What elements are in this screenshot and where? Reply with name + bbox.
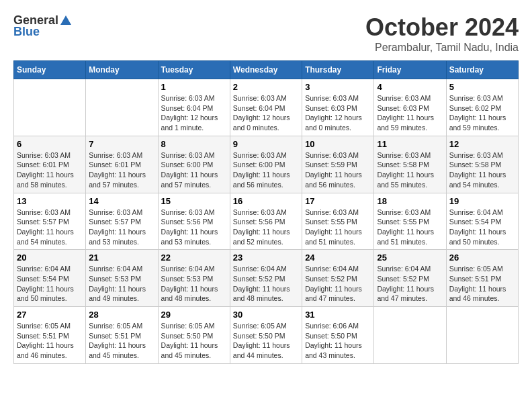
header-cell-thursday: Thursday [302, 61, 374, 79]
day-number: 15 [161, 196, 227, 206]
calendar-cell: 28Sunrise: 6:05 AM Sunset: 5:51 PM Dayli… [86, 307, 158, 364]
header-cell-friday: Friday [374, 61, 446, 79]
day-number: 31 [305, 310, 371, 320]
calendar-cell: 22Sunrise: 6:04 AM Sunset: 5:53 PM Dayli… [158, 250, 230, 307]
day-number: 13 [17, 196, 83, 206]
day-number: 7 [89, 139, 154, 149]
day-number: 26 [449, 253, 515, 263]
calendar-week-row: 1Sunrise: 6:03 AM Sunset: 6:04 PM Daylig… [14, 79, 519, 136]
day-number: 30 [233, 310, 299, 320]
calendar-cell: 12Sunrise: 6:03 AM Sunset: 5:58 PM Dayli… [446, 136, 518, 193]
day-info: Sunrise: 6:03 AM Sunset: 6:04 PM Dayligh… [233, 93, 299, 133]
calendar-header-row: SundayMondayTuesdayWednesdayThursdayFrid… [14, 61, 519, 79]
day-info: Sunrise: 6:03 AM Sunset: 5:57 PM Dayligh… [17, 208, 83, 247]
day-number: 10 [305, 139, 371, 149]
day-info: Sunrise: 6:06 AM Sunset: 5:50 PM Dayligh… [305, 321, 371, 361]
day-number: 21 [89, 253, 154, 263]
calendar-cell: 4Sunrise: 6:03 AM Sunset: 6:03 PM Daylig… [374, 79, 446, 136]
calendar-cell: 20Sunrise: 6:04 AM Sunset: 5:54 PM Dayli… [14, 250, 86, 307]
day-info: Sunrise: 6:04 AM Sunset: 5:54 PM Dayligh… [17, 264, 83, 304]
calendar-cell: 10Sunrise: 6:03 AM Sunset: 5:59 PM Dayli… [302, 136, 374, 193]
day-info: Sunrise: 6:03 AM Sunset: 5:58 PM Dayligh… [377, 150, 443, 190]
logo-blue: Blue [13, 25, 40, 39]
header-cell-saturday: Saturday [446, 61, 518, 79]
calendar-week-row: 20Sunrise: 6:04 AM Sunset: 5:54 PM Dayli… [14, 250, 519, 307]
day-number: 1 [161, 82, 227, 92]
day-info: Sunrise: 6:03 AM Sunset: 5:57 PM Dayligh… [89, 208, 154, 247]
calendar-cell: 1Sunrise: 6:03 AM Sunset: 6:04 PM Daylig… [158, 79, 230, 136]
calendar-table: SundayMondayTuesdayWednesdayThursdayFrid… [13, 60, 519, 364]
calendar-cell: 25Sunrise: 6:04 AM Sunset: 5:52 PM Dayli… [374, 250, 446, 307]
day-info: Sunrise: 6:03 AM Sunset: 5:55 PM Dayligh… [377, 208, 443, 247]
day-number: 8 [161, 139, 227, 149]
day-number: 5 [449, 82, 515, 92]
day-number: 6 [17, 139, 83, 149]
calendar-week-row: 27Sunrise: 6:05 AM Sunset: 5:51 PM Dayli… [14, 307, 519, 364]
header: General Blue October 2024 Perambalur, Ta… [13, 13, 519, 54]
calendar-cell: 19Sunrise: 6:04 AM Sunset: 5:54 PM Dayli… [446, 193, 518, 250]
day-number: 24 [305, 253, 371, 263]
day-info: Sunrise: 6:04 AM Sunset: 5:52 PM Dayligh… [305, 264, 371, 304]
calendar-cell [374, 307, 446, 364]
day-number: 20 [17, 253, 83, 263]
day-info: Sunrise: 6:04 AM Sunset: 5:53 PM Dayligh… [161, 264, 227, 304]
day-info: Sunrise: 6:03 AM Sunset: 5:55 PM Dayligh… [305, 208, 371, 247]
calendar-cell: 16Sunrise: 6:03 AM Sunset: 5:56 PM Dayli… [230, 193, 302, 250]
calendar-cell: 15Sunrise: 6:03 AM Sunset: 5:56 PM Dayli… [158, 193, 230, 250]
calendar-cell [86, 79, 158, 136]
day-info: Sunrise: 6:05 AM Sunset: 5:51 PM Dayligh… [449, 264, 515, 304]
day-info: Sunrise: 6:03 AM Sunset: 6:02 PM Dayligh… [449, 93, 515, 133]
day-info: Sunrise: 6:03 AM Sunset: 6:04 PM Dayligh… [161, 93, 227, 133]
day-info: Sunrise: 6:05 AM Sunset: 5:50 PM Dayligh… [233, 321, 299, 361]
day-info: Sunrise: 6:05 AM Sunset: 5:51 PM Dayligh… [89, 321, 154, 361]
title-area: October 2024 Perambalur, Tamil Nadu, Ind… [365, 13, 519, 54]
calendar-cell [14, 79, 86, 136]
day-number: 12 [449, 139, 515, 149]
day-number: 9 [233, 139, 299, 149]
logo-triangle-icon [60, 14, 72, 26]
day-number: 23 [233, 253, 299, 263]
calendar-cell: 26Sunrise: 6:05 AM Sunset: 5:51 PM Dayli… [446, 250, 518, 307]
day-number: 4 [377, 82, 443, 92]
calendar-cell: 3Sunrise: 6:03 AM Sunset: 6:03 PM Daylig… [302, 79, 374, 136]
calendar-cell: 2Sunrise: 6:03 AM Sunset: 6:04 PM Daylig… [230, 79, 302, 136]
header-cell-monday: Monday [86, 61, 158, 79]
calendar-week-row: 13Sunrise: 6:03 AM Sunset: 5:57 PM Dayli… [14, 193, 519, 250]
header-cell-sunday: Sunday [14, 61, 86, 79]
day-info: Sunrise: 6:04 AM Sunset: 5:52 PM Dayligh… [233, 264, 299, 304]
day-info: Sunrise: 6:03 AM Sunset: 6:01 PM Dayligh… [89, 150, 154, 190]
calendar-cell: 27Sunrise: 6:05 AM Sunset: 5:51 PM Dayli… [14, 307, 86, 364]
header-cell-tuesday: Tuesday [158, 61, 230, 79]
day-number: 18 [377, 196, 443, 206]
calendar-cell: 18Sunrise: 6:03 AM Sunset: 5:55 PM Dayli… [374, 193, 446, 250]
calendar-cell: 9Sunrise: 6:03 AM Sunset: 6:00 PM Daylig… [230, 136, 302, 193]
svg-marker-0 [60, 15, 71, 25]
day-info: Sunrise: 6:03 AM Sunset: 6:00 PM Dayligh… [161, 150, 227, 190]
day-number: 11 [377, 139, 443, 149]
day-number: 14 [89, 196, 154, 206]
day-number: 29 [161, 310, 227, 320]
calendar-cell: 7Sunrise: 6:03 AM Sunset: 6:01 PM Daylig… [86, 136, 158, 193]
calendar-cell: 6Sunrise: 6:03 AM Sunset: 6:01 PM Daylig… [14, 136, 86, 193]
day-info: Sunrise: 6:05 AM Sunset: 5:50 PM Dayligh… [161, 321, 227, 361]
location-title: Perambalur, Tamil Nadu, India [365, 42, 519, 54]
calendar-cell: 13Sunrise: 6:03 AM Sunset: 5:57 PM Dayli… [14, 193, 86, 250]
day-info: Sunrise: 6:03 AM Sunset: 6:01 PM Dayligh… [17, 150, 83, 190]
calendar-cell [446, 307, 518, 364]
day-info: Sunrise: 6:05 AM Sunset: 5:51 PM Dayligh… [17, 321, 83, 361]
day-info: Sunrise: 6:03 AM Sunset: 5:56 PM Dayligh… [161, 208, 227, 247]
calendar-cell: 21Sunrise: 6:04 AM Sunset: 5:53 PM Dayli… [86, 250, 158, 307]
day-number: 19 [449, 196, 515, 206]
day-info: Sunrise: 6:03 AM Sunset: 6:03 PM Dayligh… [305, 93, 371, 133]
day-number: 16 [233, 196, 299, 206]
day-number: 3 [305, 82, 371, 92]
calendar-cell: 29Sunrise: 6:05 AM Sunset: 5:50 PM Dayli… [158, 307, 230, 364]
day-number: 25 [377, 253, 443, 263]
calendar-cell: 14Sunrise: 6:03 AM Sunset: 5:57 PM Dayli… [86, 193, 158, 250]
calendar-cell: 11Sunrise: 6:03 AM Sunset: 5:58 PM Dayli… [374, 136, 446, 193]
day-number: 17 [305, 196, 371, 206]
day-number: 22 [161, 253, 227, 263]
day-info: Sunrise: 6:03 AM Sunset: 5:58 PM Dayligh… [449, 150, 515, 190]
calendar-cell: 5Sunrise: 6:03 AM Sunset: 6:02 PM Daylig… [446, 79, 518, 136]
day-info: Sunrise: 6:04 AM Sunset: 5:54 PM Dayligh… [449, 208, 515, 247]
